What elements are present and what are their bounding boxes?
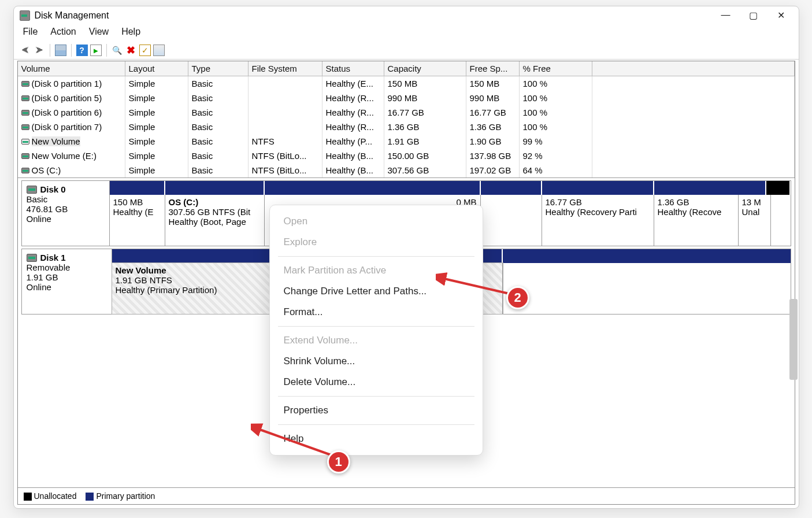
disk-name: Disk 1	[40, 253, 66, 262]
cell-status: Healthy (R...	[322, 120, 384, 134]
ctx-divider	[278, 256, 474, 257]
disk-icon	[27, 254, 37, 262]
ctx-shrink-volume[interactable]: Shrink Volume...	[270, 351, 483, 372]
disk-size: 1.91 GB	[27, 272, 107, 282]
partition-status: Healthy (E	[113, 207, 161, 217]
disk-info: Disk 1Removable1.91 GBOnline	[22, 249, 112, 314]
table-row[interactable]: New VolumeSimpleBasicNTFSHealthy (P...1.…	[18, 134, 795, 149]
cell-layout: Simple	[125, 163, 188, 177]
volume-name: (Disk 0 partition 6)	[32, 108, 102, 117]
cell-type: Basic	[188, 163, 249, 177]
legend: Unallocated Primary partition	[18, 487, 795, 504]
partition-size: 307.56 GB NTFS (Bit	[169, 207, 261, 217]
settings-icon[interactable]: 🔍	[112, 45, 123, 56]
delete-button[interactable]: ✖	[125, 45, 137, 56]
show-hide-tree-button[interactable]	[55, 45, 66, 56]
col-volume[interactable]: Volume	[18, 61, 125, 76]
check-icon[interactable]: ✓	[139, 45, 151, 56]
cell-free: 990 MB	[466, 91, 520, 105]
col-status[interactable]: Status	[322, 61, 384, 76]
col-percent-free[interactable]: % Free	[520, 61, 592, 76]
cell-layout: Simple	[125, 149, 188, 163]
toolbar-divider	[71, 44, 72, 57]
ctx-delete-volume[interactable]: Delete Volume...	[270, 372, 483, 393]
cell-filesystem	[249, 76, 322, 91]
col-capacity[interactable]: Capacity	[384, 61, 466, 76]
cell-layout: Simple	[125, 76, 188, 91]
disk-state: Online	[27, 214, 105, 224]
ctx-extend-volume: Extend Volume...	[270, 330, 483, 351]
table-row[interactable]: New Volume (E:)SimpleBasicNTFS (BitLo...…	[18, 149, 795, 163]
cell-status: Healthy (B...	[322, 149, 384, 163]
partition-status: Unal	[742, 207, 767, 217]
cell-filesystem: NTFS (BitLo...	[249, 163, 322, 177]
ctx-mark-active: Mark Partition as Active	[270, 260, 483, 281]
col-filesystem[interactable]: File System	[249, 61, 322, 76]
menu-action[interactable]: Action	[50, 27, 76, 37]
menu-help[interactable]: Help	[121, 27, 140, 37]
cell-status: Healthy (R...	[322, 91, 384, 105]
maximize-button[interactable]: ▢	[748, 10, 759, 21]
ctx-open: Open	[270, 211, 483, 232]
window-controls: — ▢ ✕	[720, 10, 793, 21]
table-row[interactable]: (Disk 0 partition 5)SimpleBasicHealthy (…	[18, 91, 795, 105]
disk-type: Removable	[27, 262, 107, 272]
menu-view[interactable]: View	[89, 27, 109, 37]
help-button[interactable]: ?	[76, 45, 88, 56]
disk-type: Basic	[27, 194, 105, 204]
cell-free: 16.77 GB	[466, 105, 520, 120]
partition[interactable]: 16.77 GBHealthy (Recovery Parti	[542, 195, 654, 246]
color-stripe	[110, 181, 791, 195]
volume-list-body: (Disk 0 partition 1)SimpleBasicHealthy (…	[18, 76, 795, 177]
cell-percent: 92 %	[520, 149, 592, 163]
col-type[interactable]: Type	[188, 61, 249, 76]
minimize-button[interactable]: —	[720, 10, 732, 21]
disk-icon	[21, 110, 29, 116]
swatch-primary-icon	[86, 493, 94, 501]
cell-type: Basic	[188, 134, 249, 149]
cell-capacity: 150.00 GB	[384, 149, 466, 163]
legend-unallocated: Unallocated	[24, 491, 77, 501]
partition[interactable]: 13 MUnal	[739, 195, 771, 246]
cell-filesystem	[249, 91, 322, 105]
legend-primary: Primary partition	[86, 491, 155, 501]
partition[interactable]: 1.36 GBHealthy (Recove	[654, 195, 739, 246]
table-row[interactable]: (Disk 0 partition 6)SimpleBasicHealthy (…	[18, 105, 795, 120]
partition[interactable]: OS (C:)307.56 GB NTFS (BitHealthy (Boot,…	[165, 195, 265, 246]
menu-file[interactable]: File	[23, 27, 38, 37]
table-row[interactable]: OS (C:)SimpleBasicNTFS (BitLo...Healthy …	[18, 163, 795, 177]
partition[interactable]	[481, 195, 542, 246]
annotation-badge-1: 1	[327, 450, 350, 473]
annotation-badge-2: 2	[506, 286, 529, 309]
partition[interactable]: 150 MBHealthy (E	[110, 195, 165, 246]
partition-size: 1.36 GB	[658, 197, 735, 207]
forward-button[interactable]: ⮞	[34, 45, 45, 56]
ctx-format[interactable]: Format...	[270, 302, 483, 323]
ctx-change-drive-letter[interactable]: Change Drive Letter and Paths...	[270, 281, 483, 302]
cell-status: Healthy (B...	[322, 163, 384, 177]
close-button[interactable]: ✕	[776, 10, 787, 21]
cell-capacity: 1.36 GB	[384, 120, 466, 134]
cell-free: 1.36 GB	[466, 120, 520, 134]
volume-name: OS (C:)	[32, 165, 61, 175]
ctx-properties[interactable]: Properties	[270, 400, 483, 421]
volume-name: New Volume	[32, 136, 80, 146]
col-layout[interactable]: Layout	[125, 61, 188, 76]
refresh-button[interactable]: ▶	[90, 45, 102, 56]
disk-icon	[21, 168, 29, 173]
ctx-explore: Explore	[270, 232, 483, 253]
scrollbar[interactable]	[789, 299, 798, 380]
cell-percent: 64 %	[520, 163, 592, 177]
cell-percent: 100 %	[520, 76, 592, 91]
col-free-space[interactable]: Free Sp...	[466, 61, 520, 76]
volume-name: (Disk 0 partition 5)	[32, 93, 102, 103]
cell-percent: 100 %	[520, 120, 592, 134]
table-row[interactable]: (Disk 0 partition 7)SimpleBasicHealthy (…	[18, 120, 795, 134]
table-row[interactable]: (Disk 0 partition 1)SimpleBasicHealthy (…	[18, 76, 795, 91]
cell-capacity: 1.91 GB	[384, 134, 466, 149]
cell-type: Basic	[188, 105, 249, 120]
ctx-help[interactable]: Help	[270, 428, 483, 449]
properties-button[interactable]	[153, 45, 165, 56]
back-button[interactable]: ⮜	[20, 45, 31, 56]
ctx-divider	[278, 326, 474, 327]
